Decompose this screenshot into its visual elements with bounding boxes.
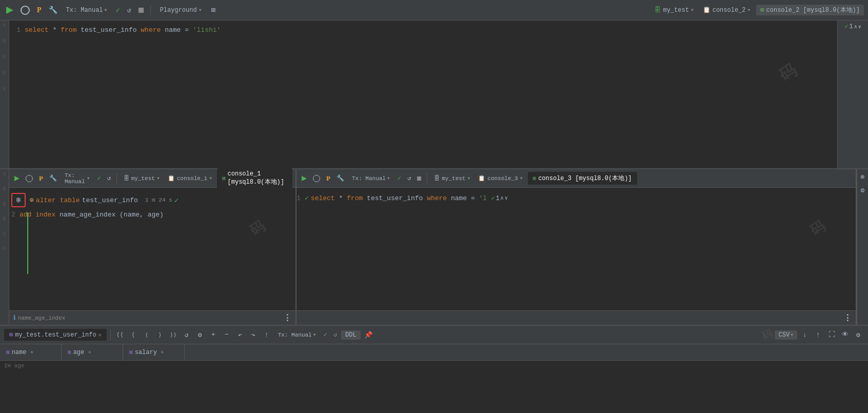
nav-prev-page[interactable]: ⟨	[141, 329, 152, 341]
download-btn[interactable]: ↓	[799, 329, 811, 341]
sep-result	[110, 330, 111, 340]
redo-btn[interactable]: ↷	[248, 329, 259, 341]
ddl-button[interactable]: DDL	[341, 330, 361, 340]
undo-btn[interactable]: ↶	[234, 329, 246, 341]
left-sidebar-middle: s b p p y n	[0, 169, 9, 325]
result-check-icon: ✓	[324, 331, 327, 339]
check-count-area: ✓ 1 ∧ ∨	[844, 23, 861, 30]
expand-btn[interactable]: ⛶	[826, 329, 837, 341]
settings-btn[interactable]: ⚙	[857, 185, 869, 196]
console3-more[interactable]: ⋮	[843, 313, 852, 323]
console3-wrench[interactable]: 🔧	[334, 173, 346, 183]
visibility-btn[interactable]: 👁	[839, 329, 851, 341]
play-button[interactable]	[4, 6, 15, 15]
check-button[interactable]: ✓	[113, 5, 122, 15]
console1-line2-row: 2 add index name_age_index (name, age)	[9, 209, 295, 221]
console2-arrow: ▼	[748, 8, 751, 12]
nav-prev[interactable]: ⟨	[128, 329, 139, 341]
result-cancel-icon: ↺	[333, 331, 337, 339]
console3-tab[interactable]: ⊞ console_3 [mysql8.0(本地)]	[528, 172, 637, 185]
console1-wrench[interactable]: 🔧	[47, 173, 59, 183]
console1-tx-arrow: ▼	[87, 176, 90, 181]
console1-tab[interactable]: ⊞ console_1 [mysql8.0(本地)]	[217, 168, 292, 188]
result-tab-close[interactable]: ✕	[98, 332, 102, 338]
settings-result-btn[interactable]: ⚙	[853, 329, 864, 341]
col-name-header[interactable]: ⊞ name ⊕	[0, 344, 62, 360]
col-age-header[interactable]: ⊞ age ⊕	[62, 344, 123, 360]
console1-refresh[interactable]: ↺	[105, 173, 113, 183]
move-up-btn[interactable]: ↑	[261, 329, 272, 341]
watermark-3: 码	[806, 217, 828, 241]
console3-tab-icon: ⊞	[533, 175, 537, 182]
c3-up-arrow[interactable]: ∧	[501, 193, 504, 204]
middle-panels: s b p p y n P 🔧	[0, 169, 868, 326]
refresh-button[interactable]: ↺	[125, 5, 133, 15]
console1-clock[interactable]	[24, 174, 35, 183]
console1-editor: 码 ❄ ⊙ alter table test_user_info 1 m 24 …	[9, 188, 295, 310]
nav-first[interactable]: ⟨⟨	[114, 329, 126, 341]
result-tab[interactable]: ⊞ my_test.test_user_info ✕	[4, 329, 107, 341]
console3-mytest[interactable]: 🗄 my_test ▼	[431, 174, 473, 183]
col-salary-sort[interactable]: ⊕	[161, 350, 164, 355]
my-test-label: my_test	[663, 7, 688, 14]
console1-more[interactable]: ⋮	[283, 313, 291, 323]
remove-row-btn[interactable]: −	[221, 329, 232, 341]
console1-conn-label: console_1	[177, 175, 207, 182]
p-button[interactable]: P	[35, 5, 44, 15]
playground-dropdown[interactable]: Playground ▼	[155, 5, 206, 15]
top-toolbar: P 🔧 Tx: Manual ▼ ✓ ↺ Playground ▼ ⊞ 🗄 my…	[0, 0, 868, 21]
filter-btn[interactable]: ⚙	[194, 329, 206, 341]
nav-next-page[interactable]: ⟩	[154, 329, 166, 341]
console1-footer-label: name_age_index	[18, 315, 65, 321]
console1-p[interactable]: P	[37, 173, 45, 184]
console1-mytest[interactable]: 🗄 my_test ▼	[121, 174, 163, 183]
console1-conn[interactable]: 📋 console_1 ▼	[165, 174, 215, 183]
result-tx-manual[interactable]: Tx: Manual ▼	[274, 330, 320, 340]
console3-p[interactable]: P	[324, 173, 332, 184]
console1-footer: ℹ name_age_index ⋮	[9, 310, 295, 325]
my-test-connection[interactable]: 🗄 my_test ▼	[652, 5, 696, 15]
c3-line-check: ✓	[305, 193, 309, 204]
col-salary-header[interactable]: ⊞ salary ⊕	[123, 344, 185, 360]
console3-conn[interactable]: 📋 console_3 ▼	[475, 174, 525, 183]
add-row-btn[interactable]: +	[208, 329, 219, 341]
console1-check[interactable]: ✓	[95, 173, 103, 183]
refresh-icon-1: ↺	[107, 174, 111, 182]
console3-stop[interactable]	[415, 175, 423, 182]
console3-refresh[interactable]: ↺	[405, 173, 413, 183]
add-panel-btn[interactable]: ⊕	[857, 171, 869, 183]
result-tab-icon: ⊞	[9, 331, 13, 339]
console3-clock[interactable]	[311, 174, 322, 183]
nav-last[interactable]: ⟩⟩	[168, 329, 179, 341]
clock-button[interactable]	[18, 5, 32, 16]
console1-tab-icon: ⊞	[222, 175, 226, 182]
wrench-button[interactable]: 🔧	[47, 5, 60, 15]
tx-manual-dropdown[interactable]: Tx: Manual ▼	[63, 5, 111, 15]
result-cancel[interactable]: ↺	[331, 330, 339, 340]
csv-dropdown[interactable]: CSV ▼	[775, 330, 797, 340]
pin-btn[interactable]: 📌	[363, 329, 374, 341]
console3-play[interactable]	[300, 175, 309, 182]
console1-conn-icon: 📋	[168, 175, 175, 182]
line2-code: add index name_age_index (name, age)	[19, 209, 164, 221]
console2-tab[interactable]: ⊞ console_2 [mysql8.0(本地)]	[756, 5, 864, 15]
console2-connection[interactable]: 📋 console_2 ▼	[700, 5, 754, 15]
console3-tx[interactable]: Tx: Manual ▼	[348, 174, 393, 183]
col-age-sort[interactable]: ⊕	[88, 350, 91, 355]
upload-btn[interactable]: ↑	[813, 329, 824, 341]
console1-play[interactable]	[12, 175, 22, 182]
c3-down-arrow[interactable]: ∨	[505, 193, 508, 204]
sep-c1	[116, 173, 117, 184]
my-test-arrow: ▼	[691, 8, 694, 12]
col-name-sort[interactable]: ⊕	[30, 350, 33, 355]
console1-tx[interactable]: Tx: Manual ▼	[61, 171, 93, 186]
refresh-result[interactable]: ↺	[181, 329, 192, 341]
snowflake-button[interactable]: ❄	[11, 193, 26, 207]
col-age-icon: ⊞	[68, 349, 71, 356]
top-right-controls: ✓ 1 ∧ ∨	[837, 21, 868, 168]
console3-check[interactable]: ✓	[396, 173, 403, 183]
grid-button[interactable]: ⊞	[209, 5, 217, 15]
stop-button[interactable]	[136, 7, 146, 14]
result-check[interactable]: ✓	[322, 330, 329, 340]
green-line-indicator	[27, 212, 28, 274]
